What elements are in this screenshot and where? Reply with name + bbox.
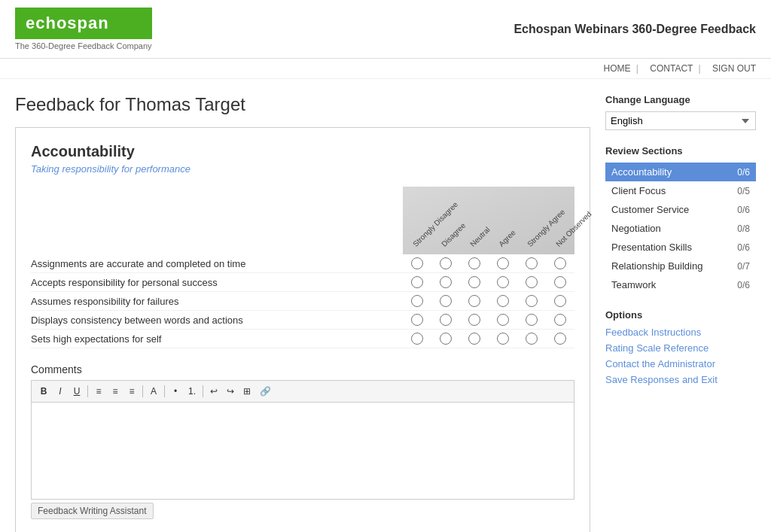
radio-input[interactable] [411,295,423,307]
review-item[interactable]: Accountability0/6 [605,163,756,181]
italic-button[interactable]: I [53,384,68,399]
radio-input[interactable] [411,314,423,326]
logo: echospan [15,8,152,39]
radio-input[interactable] [440,276,452,288]
bold-button[interactable]: B [36,384,51,399]
review-count: 0/6 [737,167,750,178]
radio-input[interactable] [468,276,480,288]
list-item: Rating Scale Reference [605,342,756,354]
comments-label: Comments [31,363,574,375]
radio-input[interactable] [497,314,509,326]
radio-input[interactable] [497,333,509,345]
col-label-not-observed: Not Observed [554,210,593,248]
toolbar-sep-3 [164,385,165,397]
link-button[interactable]: 🔗 [256,384,275,399]
radio-input[interactable] [554,276,566,288]
radio-input[interactable] [468,333,480,345]
ol-button[interactable]: 1. [184,384,200,399]
radio-input[interactable] [554,333,566,345]
option-link[interactable]: Rating Scale Reference [605,342,709,354]
row-radios-2 [403,276,574,288]
radio-cell [489,314,517,326]
radio-cell [517,314,546,326]
radio-cell [431,314,460,326]
writing-assistant-button[interactable]: Feedback Writing Assistant [31,503,154,519]
radio-input[interactable] [526,314,538,326]
radio-input[interactable] [526,295,538,307]
logo-area: echospan The 360-Degree Feedback Company [15,8,152,50]
radio-input[interactable] [468,295,480,307]
redo-button[interactable]: ↪ [223,384,238,399]
underline-button[interactable]: U [69,384,84,399]
radio-cell [403,276,431,288]
list-item: Save Responses and Exit [605,374,756,385]
radio-cell [460,314,489,326]
review-item[interactable]: Teamwork0/6 [605,275,756,294]
col-header-strongly-agree: Strongly Agree [517,187,546,254]
language-select[interactable]: English [605,111,756,130]
ul-button[interactable]: • [168,384,183,399]
radio-input[interactable] [411,257,423,269]
radio-cell [431,257,460,269]
radio-input[interactable] [526,333,538,345]
radio-cell [489,276,517,288]
review-item[interactable]: Client Focus0/5 [605,181,756,200]
review-item[interactable]: Presentation Skills0/6 [605,238,756,257]
col-header-agree: Agree [489,187,517,254]
comment-editor[interactable] [31,402,574,500]
radio-input[interactable] [497,276,509,288]
radio-input[interactable] [468,257,480,269]
nav-home[interactable]: HOME [603,63,630,74]
radio-input[interactable] [440,314,452,326]
review-item[interactable]: Relationship Building0/7 [605,257,756,275]
nav-signout[interactable]: SIGN OUT [712,63,756,74]
radio-input[interactable] [554,314,566,326]
review-item[interactable]: Negotiation0/8 [605,219,756,238]
col-label-agree: Agree [497,228,517,248]
nav-contact[interactable]: CONTACT [650,63,693,74]
option-link[interactable]: Feedback Instructions [605,327,701,338]
radio-input[interactable] [497,257,509,269]
options-label: Options [605,309,756,321]
review-count: 0/5 [737,186,750,196]
radio-input[interactable] [440,333,452,345]
review-count: 0/6 [737,280,750,290]
radio-cell [489,295,517,307]
rating-area: Strongly Disagree Disagree Neutral Agree [31,187,574,348]
section-title: Accountability [31,143,574,160]
option-link[interactable]: Save Responses and Exit [605,374,718,385]
row-label-1: Assignments are accurate and completed o… [31,258,403,269]
radio-input[interactable] [554,257,566,269]
font-color-button[interactable]: A [146,384,161,399]
table-row: Displays consistency between words and a… [31,311,574,330]
review-item[interactable]: Customer Service0/6 [605,200,756,219]
row-radios-1 [403,257,574,269]
row-label-3: Assumes responsibility for failures [31,296,403,307]
align-right-button[interactable]: ≡ [124,384,139,399]
radio-input[interactable] [526,257,538,269]
radio-input[interactable] [554,295,566,307]
list-item: Feedback Instructions [605,327,756,338]
review-sections: Review Sections Accountability0/6Client … [605,145,756,294]
radio-input[interactable] [440,295,452,307]
logo-subtitle: The 360-Degree Feedback Company [15,41,152,50]
radio-cell [546,276,574,288]
radio-input[interactable] [440,257,452,269]
radio-input[interactable] [468,314,480,326]
table-button[interactable]: ⊞ [239,384,254,399]
col-header-neutral: Neutral [460,187,489,254]
radio-input[interactable] [411,276,423,288]
diagonal-header-bg: Strongly Disagree Disagree Neutral Agree [403,187,574,254]
radio-cell [431,333,460,345]
radio-input[interactable] [526,276,538,288]
option-link[interactable]: Contact the Administrator [605,358,715,369]
radio-input[interactable] [497,295,509,307]
radio-input[interactable] [411,333,423,345]
align-left-button[interactable]: ≡ [91,384,106,399]
align-center-button[interactable]: ≡ [108,384,123,399]
radio-cell [546,257,574,269]
undo-button[interactable]: ↩ [206,384,221,399]
radio-cell [489,257,517,269]
comments-section: Comments B I U ≡ ≡ ≡ A • 1. ↩ [31,363,574,519]
review-count: 0/7 [737,261,750,272]
